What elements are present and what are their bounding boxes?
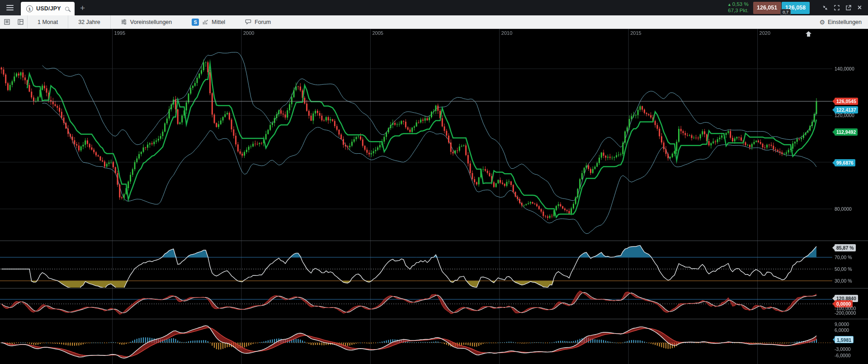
x-axis-year-label: 1995 — [114, 30, 125, 36]
gear-icon: ⚙ — [819, 19, 825, 26]
chart-tab-usdjpy[interactable]: 1 USD/JPY — [21, 2, 75, 15]
popout-icon[interactable] — [846, 5, 852, 11]
fullscreen-icon[interactable] — [834, 5, 840, 11]
axis-price-badge: 85,87 % — [835, 244, 856, 251]
trading-app-window: 1 USD/JPY + ▲0,53 % 67,3 Pkt. 126,051 12… — [0, 0, 868, 364]
forum-button[interactable]: Forum — [235, 15, 281, 28]
axis-price-label: 50,00 % — [835, 265, 852, 273]
forum-label: Forum — [255, 19, 271, 25]
panel-separator[interactable] — [0, 319, 868, 319]
quote-change-block: ▲0,53 % 67,3 Pkt. — [727, 1, 749, 14]
search-icon[interactable] — [65, 7, 69, 11]
x-axis-year-label: 2015 — [630, 30, 641, 36]
price-axis[interactable]: 140,0000126,0545122,4137120,0000112,9492… — [832, 29, 868, 364]
axis-price-badge: 112,9492 — [835, 128, 858, 136]
news-list-icon[interactable] — [0, 15, 14, 28]
settings-button[interactable]: ⚙ Einstellungen — [813, 19, 868, 26]
tab-index-badge: 1 — [26, 5, 33, 12]
axis-price-label: 70,00 % — [835, 254, 852, 261]
axis-price-label: 120,0000 — [835, 112, 854, 119]
hamburger-icon — [6, 4, 14, 12]
interval-label: 1 Monat — [38, 19, 58, 25]
change-percent: 0,53 % — [732, 1, 749, 7]
x-axis-year-label: 2000 — [243, 30, 254, 36]
axis-price-badge: 1,5981 — [835, 336, 854, 343]
axis-price-badge: 126,0545 — [835, 98, 858, 105]
x-axis-year-label: 2020 — [760, 30, 770, 36]
up-triangle-icon: ▲ — [727, 2, 731, 7]
topbar: 1 USD/JPY + ▲0,53 % 67,3 Pkt. 126,051 12… — [0, 0, 868, 15]
range-label: 32 Jahre — [78, 19, 100, 25]
panel-separator[interactable] — [0, 241, 868, 241]
change-points: 67,3 Pkt. — [727, 8, 749, 14]
axis-price-label: 140,0000 — [835, 65, 854, 72]
bid-button[interactable]: 126,051 — [753, 2, 781, 14]
add-tab-button[interactable]: + — [80, 4, 85, 12]
close-icon[interactable]: × — [858, 4, 862, 11]
axis-price-label: -200,0000 — [835, 309, 856, 317]
bid-ask-boxes: 126,051 126,058 0,7 — [753, 2, 810, 14]
axis-price-label: 30,00 % — [835, 277, 852, 284]
settings-label: Einstellungen — [828, 19, 862, 25]
axis-price-label: 6,0000 — [835, 326, 849, 334]
spread-badge: 0,7 — [780, 9, 791, 15]
presets-label: Voreinstellungen — [130, 19, 172, 25]
axis-price-badge: 99,6876 — [835, 159, 855, 166]
interval-dropdown[interactable]: 1 Monat — [28, 15, 68, 28]
chart-area: 140,0000126,0545122,4137120,0000112,9492… — [0, 29, 868, 364]
x-axis-year-label: 2005 — [372, 30, 383, 36]
x-axis-year-label: 2010 — [501, 30, 512, 36]
mittel-label: Mittel — [212, 19, 225, 25]
collapse-icon[interactable] — [822, 5, 828, 11]
panel-separator[interactable] — [0, 288, 868, 288]
topbar-right-cluster: ▲0,53 % 67,3 Pkt. 126,051 126,058 0,7 × — [727, 1, 868, 14]
window-controls: × — [822, 4, 862, 11]
hamburger-menu-button[interactable] — [0, 0, 20, 15]
axis-price-label: -6,0000 — [835, 352, 851, 359]
s-indicator-badge: S — [192, 19, 199, 26]
tab-symbol-label: USD/JPY — [36, 5, 61, 12]
range-dropdown[interactable]: 32 Jahre — [68, 15, 110, 28]
chart-canvas[interactable] — [0, 29, 832, 364]
chart-toolbar: 1 Monat 32 Jahre Voreinstellungen S Mitt… — [0, 15, 868, 29]
mittel-button[interactable]: S Mittel — [182, 15, 235, 28]
presets-button[interactable]: Voreinstellungen — [111, 15, 182, 28]
layout-icon[interactable] — [14, 15, 27, 28]
axis-price-label: 80,0000 — [835, 205, 852, 213]
